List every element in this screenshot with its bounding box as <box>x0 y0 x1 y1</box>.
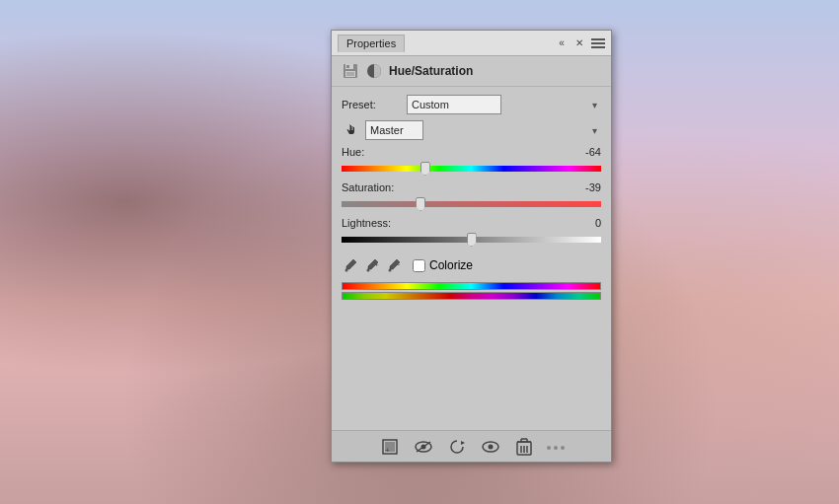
sat-thumb[interactable] <box>416 197 425 211</box>
reset-button[interactable] <box>446 436 468 458</box>
color-bars <box>342 282 601 300</box>
hue-value: -64 <box>572 146 601 158</box>
close-button[interactable]: ✕ <box>573 37 585 49</box>
master-select[interactable]: MasterRedsYellowsGreensCyansBluesMagenta… <box>365 120 423 140</box>
circle-mask-icon <box>365 62 383 80</box>
panel-header: Hue/Saturation <box>332 56 611 87</box>
footer-scroll-dots <box>547 444 565 450</box>
svg-text:+: + <box>375 261 379 267</box>
svg-rect-4 <box>346 72 354 76</box>
preset-select[interactable]: CustomDefaultSepiaStrong Saturation <box>407 95 501 114</box>
collapse-button[interactable]: « <box>556 37 568 49</box>
saturation-label: Saturation: <box>342 181 394 193</box>
light-label-row: Lightness: 0 <box>342 217 601 229</box>
title-bar-right: « ✕ <box>556 37 605 49</box>
colorize-checkbox-row: Colorize <box>413 258 473 272</box>
eyedropper-subtract-icon[interactable]: − <box>385 256 403 274</box>
colorize-checkbox[interactable] <box>413 259 425 272</box>
light-track-container <box>342 231 601 249</box>
hue-track <box>342 166 601 172</box>
hue-thumb[interactable] <box>420 162 430 176</box>
preset-row: Preset: CustomDefaultSepiaStrong Saturat… <box>342 95 601 114</box>
lightness-label: Lightness: <box>342 217 391 229</box>
svg-point-9 <box>389 269 392 272</box>
hue-track-container <box>342 160 601 178</box>
colorize-label: Colorize <box>429 258 473 272</box>
panel-body: Preset: CustomDefaultSepiaStrong Saturat… <box>332 87 611 430</box>
saturation-section: Saturation: -39 <box>342 181 601 213</box>
panel-footer: + <box>332 430 611 462</box>
rainbow-color-bar <box>342 282 601 290</box>
saturation-track <box>342 201 601 207</box>
colorize-row: + − Colorize <box>342 256 601 274</box>
lightness-value: 0 <box>572 217 601 229</box>
properties-panel: Properties « ✕ <box>331 30 612 463</box>
svg-text:−: − <box>397 261 401 267</box>
master-select-wrapper: MasterRedsYellowsGreensCyansBluesMagenta… <box>365 120 601 140</box>
svg-point-19 <box>488 444 493 449</box>
properties-tab[interactable]: Properties <box>338 35 405 52</box>
panel-title: Hue/Saturation <box>389 64 473 78</box>
adjusted-color-bar <box>342 292 601 300</box>
title-bar-left: Properties <box>338 35 405 52</box>
svg-point-7 <box>367 269 370 272</box>
lightness-section: Lightness: 0 <box>342 217 601 249</box>
preset-select-wrapper: CustomDefaultSepiaStrong Saturation <box>407 95 601 114</box>
svg-rect-2 <box>346 65 349 68</box>
preset-label: Preset: <box>342 99 401 110</box>
visibility-button[interactable] <box>413 436 434 458</box>
hue-label: Hue: <box>342 146 364 158</box>
empty-space <box>342 304 601 422</box>
eyedropper-sample-icon[interactable] <box>342 256 359 274</box>
eye-button[interactable] <box>480 436 501 458</box>
add-mask-button[interactable]: + <box>379 436 401 458</box>
hue-section: Hue: -64 <box>342 146 601 178</box>
sat-label-row: Saturation: -39 <box>342 181 601 193</box>
hue-label-row: Hue: -64 <box>342 146 601 158</box>
floppy-disk-icon <box>342 62 359 80</box>
sat-track-container <box>342 195 601 213</box>
eyedropper-group: + − <box>342 256 403 274</box>
title-bar: Properties « ✕ <box>332 31 611 56</box>
saturation-value: -39 <box>572 181 601 193</box>
light-thumb[interactable] <box>467 233 477 247</box>
master-row: MasterRedsYellowsGreensCyansBluesMagenta… <box>342 120 601 140</box>
svg-marker-17 <box>461 441 465 445</box>
svg-text:+: + <box>385 446 390 455</box>
delete-button[interactable] <box>513 436 535 458</box>
eyedropper-add-icon[interactable]: + <box>363 256 381 274</box>
svg-point-6 <box>345 269 348 272</box>
menu-icon[interactable] <box>591 38 605 48</box>
hand-tool-icon[interactable] <box>342 121 359 139</box>
